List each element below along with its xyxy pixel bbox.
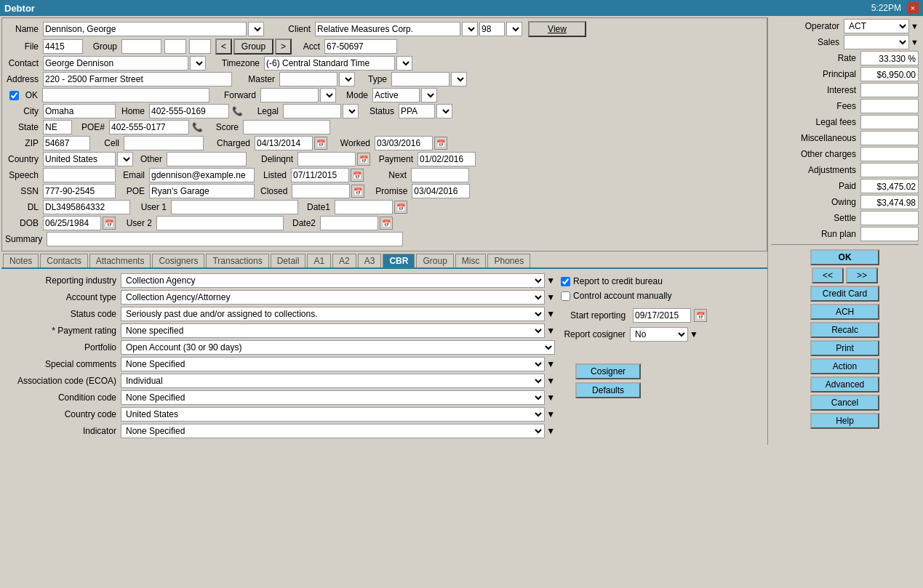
country-code-select[interactable]: United States	[121, 407, 545, 422]
state-field[interactable]	[43, 120, 72, 134]
start-reporting-field[interactable]	[633, 308, 691, 323]
account-type-select[interactable]: Collection Agency/Attorney	[121, 290, 545, 305]
legal-field[interactable]	[283, 104, 341, 118]
city-field[interactable]	[43, 104, 116, 118]
dob-field[interactable]	[43, 216, 101, 230]
date2-cal-btn[interactable]: 📅	[380, 217, 393, 230]
address-field[interactable]	[43, 72, 232, 86]
mode-field[interactable]	[372, 88, 420, 102]
run-plan-field[interactable]	[860, 227, 919, 241]
start-reporting-cal-btn[interactable]: 📅	[694, 309, 707, 322]
group-field2[interactable]	[164, 39, 186, 54]
next-field[interactable]	[411, 168, 469, 182]
client-dropdown[interactable]: ▼	[462, 22, 478, 36]
client-field[interactable]	[315, 22, 460, 36]
cell-field[interactable]	[124, 136, 204, 150]
charged-cal-btn[interactable]: 📅	[314, 137, 327, 150]
group-field[interactable]	[121, 39, 161, 54]
country-field[interactable]	[43, 152, 116, 166]
association-code-select[interactable]: Individual	[121, 374, 545, 388]
date1-cal-btn[interactable]: 📅	[394, 201, 407, 214]
ssn-field[interactable]	[43, 184, 116, 198]
master-dropdown[interactable]: ▼	[339, 72, 355, 86]
tab-transactions[interactable]: Transactions	[206, 254, 268, 267]
payment-rating-select[interactable]: None specified	[121, 323, 545, 338]
client-code-dropdown[interactable]: ▼	[506, 22, 522, 36]
contact-field[interactable]	[43, 56, 188, 71]
cosigner-button[interactable]: Cosigner	[575, 363, 641, 379]
view-button[interactable]: View	[528, 21, 586, 37]
listed-field[interactable]	[291, 168, 349, 182]
zip-field[interactable]	[43, 136, 90, 150]
tab-phones[interactable]: Phones	[487, 254, 530, 267]
speech-field[interactable]	[43, 168, 116, 182]
summary-field[interactable]	[47, 232, 403, 246]
home-field[interactable]	[149, 104, 229, 118]
poe-name-field[interactable]	[149, 184, 255, 198]
reporting-industry-select[interactable]: Collection Agency	[121, 273, 545, 288]
contact-dropdown[interactable]: ▼	[190, 56, 206, 71]
forward-field[interactable]	[260, 88, 319, 102]
report-to-credit-checkbox[interactable]	[561, 277, 570, 286]
close-button[interactable]: ×	[907, 2, 919, 14]
tab-group[interactable]: Group	[416, 254, 453, 267]
type-field[interactable]	[391, 72, 449, 86]
tab-contacts[interactable]: Contacts	[40, 254, 87, 267]
poe-field[interactable]	[109, 120, 189, 134]
closed-cal-btn[interactable]: 📅	[351, 185, 364, 198]
tab-a2[interactable]: A2	[332, 254, 356, 267]
poe-phone-icon[interactable]: 📞	[192, 122, 203, 132]
dl-field[interactable]	[43, 200, 130, 214]
status-code-select[interactable]: Seriously past due and/or assigned to co…	[121, 307, 545, 321]
payment-field[interactable]	[417, 152, 476, 166]
promise-field[interactable]	[412, 184, 470, 198]
prev-button[interactable]: <<	[812, 267, 844, 283]
group-nav-left[interactable]: <	[215, 39, 232, 55]
legal-dropdown[interactable]: ▼	[343, 104, 359, 118]
worked-cal-btn[interactable]: 📅	[434, 137, 447, 150]
forward-dropdown[interactable]: ▼	[320, 88, 336, 102]
name-field[interactable]	[43, 22, 247, 36]
ok-field[interactable]	[42, 88, 209, 102]
client-code-field[interactable]	[479, 22, 505, 36]
name-dropdown[interactable]: ▼	[248, 22, 264, 36]
timezone-dropdown[interactable]: ▼	[396, 56, 412, 71]
score-field[interactable]	[243, 120, 330, 134]
portfolio-select[interactable]: Open Account (30 or 90 days)	[121, 340, 555, 355]
delinqnt-cal-btn[interactable]: 📅	[357, 153, 370, 166]
country-dropdown[interactable]: ▼	[117, 152, 133, 166]
mode-dropdown[interactable]: ▼	[421, 88, 437, 102]
group-field3[interactable]	[189, 39, 211, 54]
tab-attachments[interactable]: Attachments	[89, 254, 151, 267]
timezone-field[interactable]	[264, 56, 395, 71]
email-field[interactable]	[149, 168, 255, 182]
acct-field[interactable]	[324, 39, 397, 54]
group-nav-right[interactable]: >	[275, 39, 292, 55]
condition-code-select[interactable]: None Specified	[121, 390, 545, 405]
ok-button[interactable]: OK	[810, 249, 879, 265]
worked-field[interactable]	[375, 136, 433, 150]
listed-cal-btn[interactable]: 📅	[351, 169, 364, 182]
status-field[interactable]	[399, 104, 435, 118]
delinqnt-field[interactable]	[297, 152, 356, 166]
date1-field[interactable]	[335, 200, 393, 214]
dob-cal-btn[interactable]: 📅	[103, 217, 116, 230]
print-button[interactable]: Print	[810, 340, 879, 356]
ach-button[interactable]: ACH	[810, 304, 879, 320]
tab-misc[interactable]: Misc	[455, 254, 487, 267]
tab-a3[interactable]: A3	[358, 254, 382, 267]
tab-cbr[interactable]: CBR	[383, 254, 415, 267]
next-button[interactable]: >>	[846, 267, 878, 283]
other-field[interactable]	[167, 152, 247, 166]
special-comments-select[interactable]: None Specified	[121, 357, 545, 371]
control-manually-checkbox[interactable]	[561, 291, 570, 301]
file-field[interactable]	[43, 39, 83, 54]
closed-field[interactable]	[292, 184, 350, 198]
ok-checkbox[interactable]	[9, 91, 19, 100]
master-field[interactable]	[279, 72, 337, 86]
user2-field[interactable]	[156, 216, 284, 230]
help-button[interactable]: Help	[810, 413, 879, 429]
status-dropdown[interactable]: ▼	[436, 104, 452, 118]
user1-field[interactable]	[171, 200, 298, 214]
report-cosigner-select[interactable]: No	[630, 327, 688, 342]
